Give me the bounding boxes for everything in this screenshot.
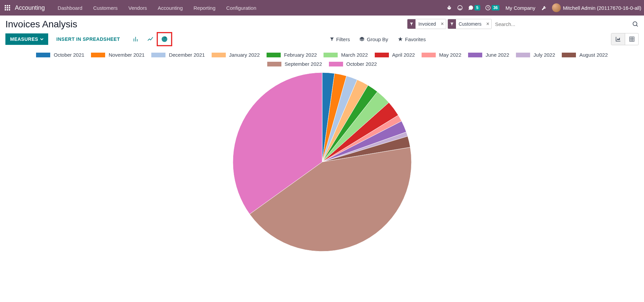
pivot-view-button[interactable] [625, 33, 638, 45]
svg-rect-5 [9, 7, 10, 8]
svg-rect-1 [7, 5, 8, 6]
legend-swatch [468, 53, 482, 57]
legend-swatch [422, 53, 436, 57]
chart-legend: October 2021November 2021December 2021Ja… [0, 48, 644, 70]
legend-label: June 2022 [486, 52, 509, 58]
svg-rect-3 [5, 7, 6, 8]
legend-swatch [91, 53, 105, 57]
legend-item[interactable]: March 2022 [324, 52, 368, 58]
legend-item[interactable]: April 2022 [375, 52, 415, 58]
search-controls: Filters Group By Favorites [330, 36, 426, 42]
nav-item-dashboard[interactable]: Dashboard [53, 2, 87, 14]
nav-right: 5 36 My Company Mitchell Admin (20117670… [446, 3, 641, 12]
legend-item[interactable]: September 2022 [267, 61, 322, 67]
svg-rect-7 [7, 9, 8, 10]
svg-rect-0 [5, 5, 6, 6]
user-menu[interactable]: Mitchell Admin (20117670-16-0-all) [552, 3, 641, 12]
search-bar: Invoiced × Customers × [407, 19, 639, 29]
legend-label: April 2022 [392, 52, 415, 58]
legend-item[interactable]: June 2022 [468, 52, 509, 58]
company-switcher[interactable]: My Company [504, 5, 536, 11]
filter-icon [448, 19, 456, 29]
legend-item[interactable]: May 2022 [422, 52, 461, 58]
groupby-label: Group By [367, 36, 388, 42]
avatar [552, 3, 561, 12]
facet-remove[interactable]: × [439, 21, 446, 27]
chart-area: Average Price September 2022 549.17 (42.… [0, 70, 644, 253]
legend-item[interactable]: October 2021 [36, 52, 84, 58]
line-chart-button[interactable] [144, 33, 157, 45]
legend-item[interactable]: October 2022 [329, 61, 377, 67]
tools-icon[interactable] [541, 5, 547, 11]
legend-item[interactable]: August 2022 [562, 52, 608, 58]
legend-label: May 2022 [439, 52, 461, 58]
nav-item-accounting[interactable]: Accounting [153, 2, 187, 14]
nav-item-customers[interactable]: Customers [88, 2, 122, 14]
apps-icon[interactable] [3, 3, 12, 12]
search-facet-invoiced: Invoiced × [407, 19, 446, 29]
insert-spreadsheet-button[interactable]: INSERT IN SPREADSHEET [56, 36, 120, 42]
chart-type-switcher [129, 33, 171, 45]
legend-label: March 2022 [341, 52, 368, 58]
messaging-icon[interactable]: 5 [468, 5, 480, 11]
legend-label: July 2022 [533, 52, 555, 58]
star-icon [398, 36, 403, 42]
legend-item[interactable]: February 2022 [267, 52, 317, 58]
messaging-badge: 5 [474, 5, 480, 10]
activities-badge: 36 [492, 5, 499, 10]
legend-item[interactable]: December 2021 [151, 52, 205, 58]
filters-dropdown[interactable]: Filters [330, 36, 350, 42]
svg-rect-12 [630, 37, 634, 42]
nav-item-vendors[interactable]: Vendors [124, 2, 152, 14]
nav-item-configuration[interactable]: Configuration [221, 2, 261, 14]
svg-rect-6 [5, 9, 6, 10]
facet-remove[interactable]: × [484, 21, 491, 27]
top-navbar: Accounting Dashboard Customers Vendors A… [0, 0, 644, 16]
activities-icon[interactable]: 36 [485, 5, 499, 11]
pie-chart[interactable] [231, 71, 413, 253]
user-name: Mitchell Admin (20117670-16-0-all) [563, 5, 641, 11]
app-brand[interactable]: Accounting [15, 4, 45, 11]
view-switcher [611, 33, 639, 45]
legend-label: September 2022 [285, 61, 322, 67]
svg-rect-4 [7, 7, 8, 8]
facet-label: Customers [456, 20, 484, 28]
filter-icon [407, 19, 416, 29]
legend-item[interactable]: July 2022 [516, 52, 555, 58]
debug-icon[interactable] [446, 5, 452, 11]
filters-label: Filters [336, 36, 350, 42]
legend-label: February 2022 [284, 52, 317, 58]
favorites-dropdown[interactable]: Favorites [398, 36, 426, 42]
legend-item[interactable]: November 2021 [91, 52, 145, 58]
legend-swatch [516, 53, 530, 57]
legend-swatch [562, 53, 576, 57]
svg-rect-8 [9, 9, 10, 10]
legend-swatch [267, 62, 281, 66]
legend-swatch [375, 53, 389, 57]
facet-label: Invoiced [416, 20, 438, 28]
search-icon[interactable] [632, 21, 639, 27]
layers-icon [359, 36, 365, 42]
legend-label: November 2021 [109, 52, 145, 58]
legend-item[interactable]: January 2022 [212, 52, 260, 58]
graph-view-button[interactable] [611, 33, 625, 45]
legend-label: December 2021 [169, 52, 205, 58]
search-facet-customers: Customers × [448, 19, 492, 29]
control-panel: Invoices Analysis Invoiced × Customers ×… [0, 16, 644, 48]
favorites-label: Favorites [405, 36, 426, 42]
page-title: Invoices Analysis [5, 19, 77, 30]
groupby-dropdown[interactable]: Group By [359, 36, 388, 42]
pie-chart-button[interactable] [158, 33, 171, 45]
legend-label: January 2022 [229, 52, 260, 58]
support-icon[interactable] [457, 5, 463, 11]
nav-item-reporting[interactable]: Reporting [189, 2, 220, 14]
measures-button[interactable]: MEASURES [5, 33, 48, 45]
legend-swatch [212, 53, 226, 57]
bar-chart-button[interactable] [129, 33, 143, 45]
legend-swatch [151, 53, 165, 57]
filter-icon [330, 37, 334, 42]
legend-label: August 2022 [579, 52, 608, 58]
search-input[interactable] [493, 20, 628, 28]
nav-menu: Dashboard Customers Vendors Accounting R… [53, 2, 446, 14]
legend-label: October 2021 [54, 52, 84, 58]
